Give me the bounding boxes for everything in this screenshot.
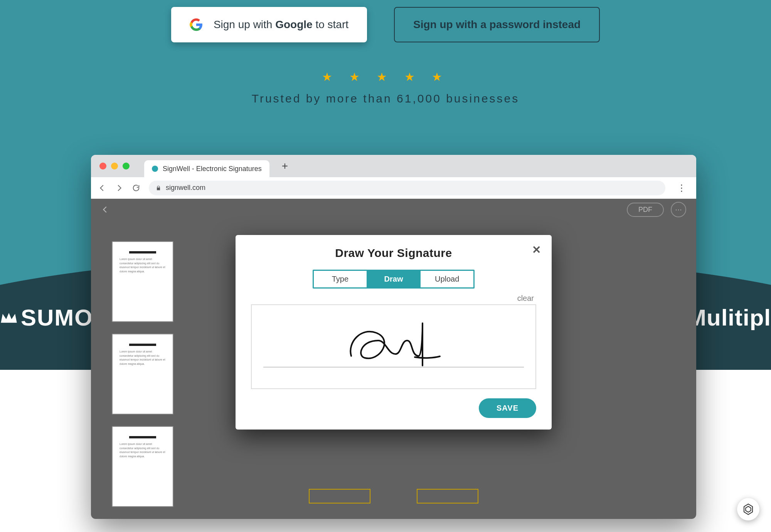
- google-icon: [190, 18, 203, 31]
- close-window-icon[interactable]: [99, 163, 106, 170]
- openai-icon: [742, 503, 755, 516]
- tab-draw[interactable]: Draw: [367, 271, 420, 287]
- new-tab-button[interactable]: +: [282, 160, 288, 172]
- reload-icon[interactable]: [132, 184, 140, 192]
- browser-tab[interactable]: SignWell - Electronic Signatures: [144, 160, 269, 177]
- partner-logo-sumo: SUMO: [0, 304, 93, 331]
- signature-field[interactable]: [309, 489, 370, 503]
- modal-title: Draw Your Signature: [251, 247, 536, 260]
- forward-icon[interactable]: [115, 184, 123, 192]
- tab-title: SignWell - Electronic Signatures: [163, 165, 262, 173]
- close-icon[interactable]: ✕: [532, 243, 541, 256]
- signature-canvas[interactable]: [251, 304, 536, 389]
- tab-strip: SignWell - Electronic Signatures +: [91, 155, 696, 177]
- lock-icon: [156, 185, 161, 191]
- app-more-button[interactable]: ⋯: [671, 202, 686, 217]
- address-bar: signwell.com ⋮: [91, 177, 696, 199]
- signature-field[interactable]: [417, 489, 478, 503]
- url-field[interactable]: signwell.com: [149, 181, 665, 195]
- app-viewport: PDF ⋯ Lorem ipsum dolor sit amet consect…: [91, 199, 696, 519]
- assistant-badge[interactable]: [737, 498, 759, 520]
- signup-google-button[interactable]: Sign up with Google to start: [171, 7, 367, 42]
- rating-stars: ★ ★ ★ ★ ★: [0, 70, 771, 84]
- tab-type[interactable]: Type: [314, 271, 367, 287]
- clear-signature-button[interactable]: clear: [251, 294, 536, 303]
- page-thumbnail[interactable]: Lorem ipsum dolor sit amet consectetur a…: [112, 334, 173, 415]
- favicon-icon: [152, 166, 158, 172]
- signup-password-button[interactable]: Sign up with a password instead: [394, 7, 600, 42]
- signup-google-label: Sign up with Google to start: [214, 18, 348, 31]
- browser-menu-icon[interactable]: ⋮: [674, 183, 689, 193]
- page-thumbnail[interactable]: Lorem ipsum dolor sit amet consectetur a…: [112, 241, 173, 322]
- back-icon[interactable]: [98, 184, 106, 192]
- export-pdf-button[interactable]: PDF: [627, 203, 664, 217]
- tab-upload[interactable]: Upload: [420, 271, 473, 287]
- svg-marker-1: [746, 506, 751, 512]
- trusted-text: Trusted by more than 61,000 businesses: [0, 92, 771, 105]
- page-thumbnail[interactable]: Lorem ipsum dolor sit amet consectetur a…: [112, 426, 173, 507]
- signature-mode-tabs: Type Draw Upload: [313, 270, 475, 289]
- partner-logo-multiply: Mulitipl: [687, 304, 771, 331]
- signature-drawing: [343, 319, 444, 369]
- signature-placeholders: [309, 489, 478, 503]
- maximize-window-icon[interactable]: [123, 163, 130, 170]
- crown-icon: [0, 311, 18, 325]
- browser-window: SignWell - Electronic Signatures + signw…: [91, 155, 696, 519]
- minimize-window-icon[interactable]: [111, 163, 118, 170]
- url-text: signwell.com: [166, 184, 205, 192]
- app-back-icon[interactable]: [101, 205, 109, 214]
- window-controls: [99, 163, 130, 170]
- signature-modal: ✕ Draw Your Signature Type Draw Upload c…: [236, 235, 552, 430]
- app-toolbar: PDF ⋯: [91, 199, 696, 220]
- page-thumbnails: Lorem ipsum dolor sit amet consectetur a…: [112, 241, 173, 507]
- save-button[interactable]: SAVE: [479, 398, 536, 418]
